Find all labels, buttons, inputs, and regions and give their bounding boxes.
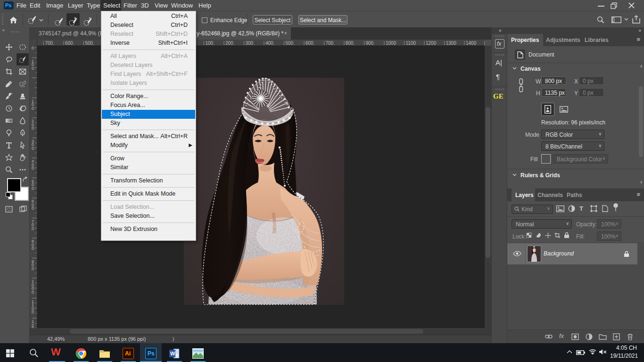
svg-text:600: 600	[305, 41, 314, 46]
svg-text:800: 800	[346, 41, 354, 46]
svg-text:300: 300	[246, 41, 254, 46]
svg-text:700: 700	[45, 41, 53, 46]
svg-text:0: 0	[32, 246, 34, 251]
svg-text:0: 0	[32, 226, 34, 231]
svg-text:0: 0	[32, 126, 34, 131]
svg-text:500: 500	[85, 41, 93, 46]
svg-text:1000: 1000	[386, 41, 396, 46]
svg-text:0: 0	[32, 310, 34, 314]
svg-text:500: 500	[286, 41, 294, 46]
svg-text:0: 0	[32, 290, 34, 295]
svg-text:1200: 1200	[426, 41, 437, 46]
svg-text:100: 100	[206, 41, 214, 46]
svg-text:400: 400	[265, 41, 273, 46]
svg-text:700: 700	[326, 41, 334, 46]
svg-text:0: 0	[32, 66, 34, 71]
svg-text:600: 600	[65, 41, 73, 46]
svg-text:0: 0	[32, 146, 34, 151]
svg-text:1400: 1400	[466, 41, 477, 46]
svg-text:0: 0	[32, 186, 34, 191]
svg-text:200: 200	[225, 41, 233, 46]
svg-text:1300: 1300	[446, 41, 457, 46]
svg-text:0: 0	[32, 266, 34, 271]
svg-text:0: 0	[32, 106, 34, 111]
svg-text:900: 900	[366, 41, 374, 46]
svg-text:0: 0	[32, 46, 34, 50]
svg-text:0: 0	[32, 166, 34, 171]
svg-text:W: W	[170, 351, 175, 356]
svg-text:0: 0	[32, 206, 34, 211]
